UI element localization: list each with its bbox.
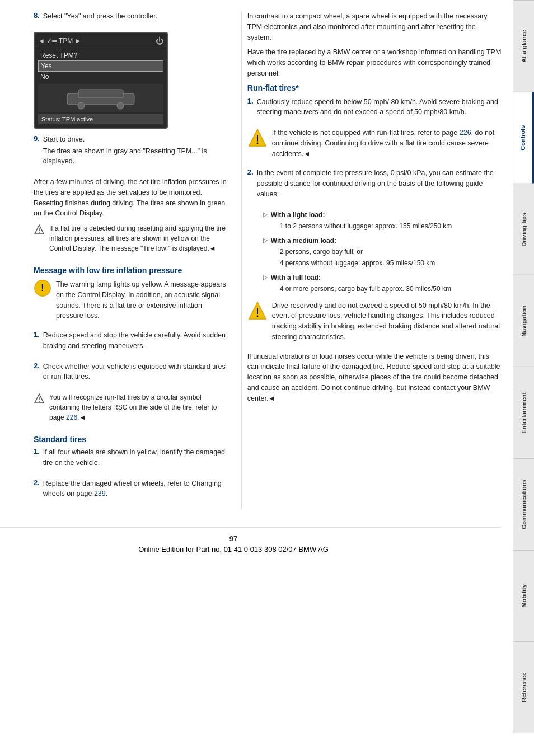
svg-text:!: ! xyxy=(41,283,44,293)
right-para-1: In contrast to a compact wheel, a spare … xyxy=(247,11,502,43)
std-step-2-text: Replace the damaged wheel or wheels, ref… xyxy=(43,478,230,500)
guide-values-list: ▷ With a light load: 1 to 2 persons with… xyxy=(247,210,502,295)
rf-step-2-block: 2. In the event of complete tire pressur… xyxy=(247,168,502,204)
rf-step-1-text: Cautiously reduce speed to below 50 mph/… xyxy=(257,97,502,118)
standard-tires-heading: Standard tires xyxy=(34,435,230,444)
low-step-2-block: 2. Check whether your vehicle is equippe… xyxy=(34,361,230,387)
std-step-2-block: 2. Replace the damaged wheel or wheels, … xyxy=(34,478,230,504)
bullet-2-sub1: 2 persons, cargo bay full, or xyxy=(271,247,435,257)
run-flat-heading: Run-flat tires* xyxy=(247,83,502,92)
std-step-2-link[interactable]: 239 xyxy=(94,490,106,497)
note-triangle-2-icon xyxy=(34,393,45,404)
svg-point-14 xyxy=(256,143,258,144)
sidebar-tab-navigation[interactable]: Navigation xyxy=(513,275,534,367)
rf-step-2-num: 2. xyxy=(247,168,254,204)
rf-warning-1-text: If the vehicle is not equipped with run-… xyxy=(272,128,502,159)
warning-circle-icon: ! xyxy=(34,279,51,297)
page-number: 97 xyxy=(0,534,500,543)
note-box-1: If a flat tire is detected during resett… xyxy=(34,223,230,258)
rf-warning-1-box: If the vehicle is not equipped with run-… xyxy=(247,128,502,163)
rf-warning-triangle-icon xyxy=(247,128,268,148)
rf-warning-2-box: Drive reservedly and do not exceed a spe… xyxy=(247,300,502,347)
copyright-text: Online Edition for Part no. 01 41 0 013 … xyxy=(138,545,329,553)
svg-point-3 xyxy=(117,102,124,109)
page-footer: 97 Online Edition for Part no. 01 41 0 0… xyxy=(0,520,500,553)
step-8-number: 8. xyxy=(34,11,40,26)
right-column: In contrast to a compact wheel, a spare … xyxy=(241,11,502,509)
low-step-1-num: 1. xyxy=(34,330,40,356)
bullet-full-load: ▷ With a full load: 4 or more persons, c… xyxy=(259,273,502,295)
low-step-1-block: 1. Reduce speed and stop the vehicle car… xyxy=(34,330,230,356)
note-2-text: You will recognize run-flat tires by a c… xyxy=(49,392,230,422)
warning-block: ! The warning lamp lights up yellow. A m… xyxy=(34,279,230,326)
low-step-1-text: Reduce speed and stop the vehicle carefu… xyxy=(43,330,230,351)
tpm-no-option: No xyxy=(38,72,163,82)
note-1-text: If a flat tire is detected during resett… xyxy=(49,223,230,253)
rf-warning-1-link[interactable]: 226 xyxy=(460,129,471,137)
rf-step-2-text: In the event of complete tire pressure l… xyxy=(257,168,502,199)
bullet-2-header: With a medium load: xyxy=(271,236,435,246)
bullet-2-arrow-icon: ▷ xyxy=(263,237,268,269)
std-step-1-block: 1. If all four wheels are shown in yello… xyxy=(34,447,230,473)
bullet-1-arrow-icon: ▷ xyxy=(263,211,268,232)
note-triangle-icon xyxy=(34,224,45,235)
sidebar-tab-communications[interactable]: Communications xyxy=(513,458,534,550)
bullet-3-sub: 4 or more persons, cargo bay full: appro… xyxy=(271,284,451,294)
sidebar-tab-reference[interactable]: Reference xyxy=(513,641,534,733)
bullet-1-sub: 1 to 2 persons without luggage: approx. … xyxy=(271,221,452,231)
step-8-text: Select "Yes" and press the controller. xyxy=(43,11,230,22)
sidebar-tab-driving-tips[interactable]: Driving tips xyxy=(513,184,534,275)
step-9-block: 9. Start to drive. The tires are shown i… xyxy=(34,134,230,171)
svg-rect-1 xyxy=(78,90,123,98)
tpm-title: ◄ ✓═ TPM ► xyxy=(38,37,81,45)
svg-point-17 xyxy=(256,315,258,317)
after-reset-para: After a few minutes of driving, the set … xyxy=(34,177,230,219)
bullet-medium-load: ▷ With a medium load: 2 persons, cargo b… xyxy=(259,236,502,269)
step-9-number: 9. xyxy=(34,134,40,171)
sidebar-tab-controls[interactable]: Controls xyxy=(513,92,534,184)
tpm-power-icon: ⏻ xyxy=(156,36,163,45)
tpm-display: ◄ ✓═ TPM ► ⏻ Reset TPM? Yes No xyxy=(34,32,168,129)
warning-text: The warning lamp lights up yellow. A mes… xyxy=(56,279,230,321)
tpm-car-graphic xyxy=(38,84,163,112)
bullet-3-arrow-icon: ▷ xyxy=(263,274,268,295)
svg-point-6 xyxy=(39,232,40,233)
rf-step-1-block: 1. Cautiously reduce speed to below 50 m… xyxy=(247,97,502,123)
step-8-block: 8. Select "Yes" and press the controller… xyxy=(34,11,230,26)
bullet-1-header: With a light load: xyxy=(271,210,452,220)
step-9-sub: The tires are shown in gray and "Resetti… xyxy=(43,146,230,167)
std-step-1-num: 1. xyxy=(34,447,40,473)
car-svg xyxy=(50,85,151,110)
rf-warning-2-triangle-icon xyxy=(247,300,268,321)
std-step-1-text: If all four wheels are shown in yellow, … xyxy=(43,447,230,468)
left-column: 8. Select "Yes" and press the controller… xyxy=(34,11,241,509)
bullet-2-sub2: 4 persons without luggage: approx. 95 mi… xyxy=(271,258,435,268)
sidebar-tab-at-a-glance[interactable]: At a glance xyxy=(513,0,534,92)
right-para-2: Have the tire replaced by a BMW center o… xyxy=(247,47,502,78)
std-step-2-num: 2. xyxy=(34,478,40,504)
bullet-light-load: ▷ With a light load: 1 to 2 persons with… xyxy=(259,210,502,232)
low-pressure-heading: Message with low tire inflation pressure xyxy=(34,266,230,275)
step-9-main: Start to drive. xyxy=(43,134,230,145)
sidebar-tab-entertainment[interactable]: Entertainment xyxy=(513,367,534,458)
note-2-link[interactable]: 226 xyxy=(66,414,77,421)
tpm-yes-option: Yes xyxy=(38,60,163,72)
rf-step-1-num: 1. xyxy=(247,97,254,123)
bullet-3-header: With a full load: xyxy=(271,273,451,283)
sidebar-tab-mobility[interactable]: Mobility xyxy=(513,550,534,642)
low-step-2-text: Check whether your vehicle is equipped w… xyxy=(43,361,230,383)
tpm-reset-label: Reset TPM? xyxy=(38,50,163,60)
tpm-status-text: Status: TPM active xyxy=(38,114,163,124)
sidebar-tabs: At a glance Controls Driving tips Naviga… xyxy=(513,0,534,733)
rf-warning-2-text: Drive reservedly and do not exceed a spe… xyxy=(272,300,502,342)
low-step-2-num: 2. xyxy=(34,361,40,387)
rf-para-2: If unusual vibrations or loud noises occ… xyxy=(247,351,502,404)
svg-point-11 xyxy=(39,401,40,402)
note-box-2: You will recognize run-flat tires by a c… xyxy=(34,392,230,427)
svg-point-2 xyxy=(78,102,85,109)
